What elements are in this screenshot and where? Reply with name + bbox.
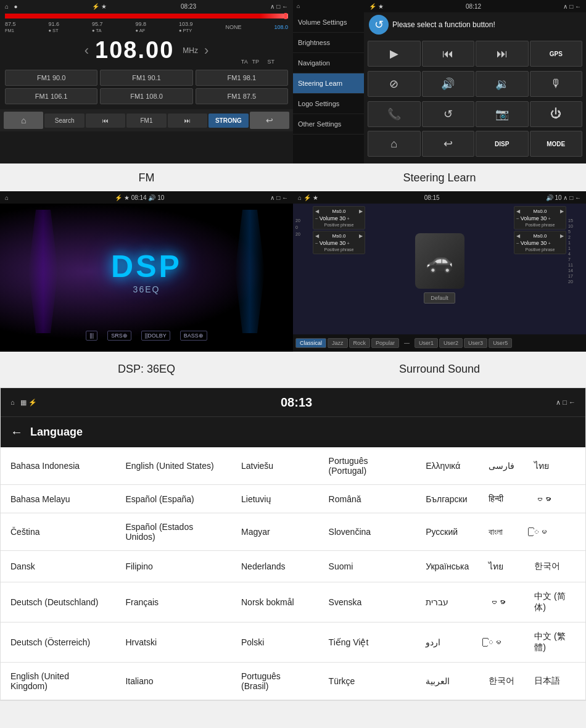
fm-back-btn[interactable]: ↩ <box>250 112 289 129</box>
steer-btn-gps[interactable]: GPS <box>530 41 583 67</box>
lang-cell[interactable]: Deutsch (Österreich) <box>1 623 115 663</box>
lang-cell[interactable]: ไทย <box>524 447 585 485</box>
steer-menu-steering[interactable]: Steering Learn <box>293 73 364 94</box>
steer-btn-prev[interactable]: ⏮ <box>422 41 475 67</box>
lang-cell[interactable]: English (United Kingdom) <box>1 663 115 700</box>
lang-back-button[interactable]: ← <box>10 425 23 439</box>
steer-btn-voldown[interactable]: 🔉 <box>476 71 529 97</box>
steer-btn-home[interactable]: ⌂ <box>368 131 421 157</box>
lang-cell[interactable]: Norsk bokmål <box>231 582 319 623</box>
surround-tab-rock[interactable]: Rock <box>349 338 371 348</box>
fm-preset-6[interactable]: FM1 87.5 <box>196 88 288 104</box>
lang-cell[interactable]: Deutsch (Deutschland) <box>1 582 115 623</box>
steer-btn-power[interactable]: ⏻ <box>530 101 583 127</box>
steer-menu-brightness[interactable]: Brightness <box>293 33 364 53</box>
fm-preset-3[interactable]: FM1 98.1 <box>196 70 288 86</box>
lang-cell[interactable]: Bahasa Indonesia <box>1 447 115 485</box>
lang-cell[interactable]: Lietuvių <box>231 485 319 513</box>
lang-cell[interactable]: Português (Portugal) <box>319 447 416 485</box>
lang-cell[interactable]: Ελληνικά <box>416 447 479 485</box>
fm-next-btn[interactable]: ⏭ <box>168 114 207 128</box>
lang-cell[interactable]: Filipino <box>115 551 231 582</box>
lang-cell[interactable]: Magyar <box>231 513 319 551</box>
steer-btn-next[interactable]: ⏭ <box>476 41 529 67</box>
surround-tab-user2[interactable]: User2 <box>439 338 463 348</box>
fm-preset-1[interactable]: FM1 90.0 <box>5 70 97 86</box>
fm-nav-icons: ∧ □ ← <box>270 3 288 10</box>
steer-refresh-btn[interactable]: ↺ <box>369 15 389 35</box>
steer-menu-navigation[interactable]: Navigation <box>293 53 364 73</box>
lang-cell[interactable]: Português (Brasil) <box>231 663 319 700</box>
lang-cell[interactable]: ไทย <box>479 551 524 582</box>
steer-btn-disp[interactable]: DISP <box>476 131 529 157</box>
steer-btn-phone[interactable]: 📞 <box>368 101 421 127</box>
lang-cell[interactable]: Français <box>115 582 231 623</box>
steer-btn-rotate[interactable]: ↺ <box>422 101 475 127</box>
lang-cell[interactable]: ြမ <box>524 513 585 551</box>
dsp-caption: DSP: 36EQ <box>0 358 293 383</box>
lang-cell[interactable]: Español (España) <box>115 485 231 513</box>
lang-cell[interactable]: Suomi <box>319 551 416 582</box>
surround-tab-jazz[interactable]: Jazz <box>328 338 348 348</box>
lang-cell[interactable]: Slovenčina <box>319 513 416 551</box>
fm-strong-btn[interactable]: STRONG <box>208 114 248 128</box>
fm-next-arrow[interactable]: › <box>204 43 208 59</box>
fm-search-btn[interactable]: Search <box>44 114 84 128</box>
lang-cell[interactable]: 한국어 <box>524 551 585 582</box>
surround-tab-user5[interactable]: User5 <box>489 338 512 348</box>
fm-home-btn[interactable]: ⌂ <box>4 112 43 129</box>
steer-refresh-area: ↺ Please select a function button! <box>364 12 586 37</box>
steer-btn-mic[interactable]: 🎙 <box>530 71 583 97</box>
lang-cell[interactable]: ဗမာ <box>479 582 524 623</box>
steer-btn-mute[interactable]: ⊘ <box>368 71 421 97</box>
steer-menu-logo[interactable]: Logo Settings <box>293 94 364 114</box>
steer-btn-mode[interactable]: MODE <box>530 131 583 157</box>
lang-cell[interactable]: Türkçe <box>319 663 416 700</box>
fm-preset-5[interactable]: FM1 108.0 <box>100 88 192 104</box>
lang-cell[interactable]: Hrvatski <box>115 623 231 663</box>
fm-preset-4[interactable]: FM1 106.1 <box>5 88 97 104</box>
lang-cell[interactable]: 日本語 <box>524 663 585 700</box>
lang-cell[interactable]: Nederlands <box>231 551 319 582</box>
steer-menu-other[interactable]: Other Settings <box>293 114 364 134</box>
fm-prev-btn[interactable]: ⏮ <box>86 114 125 128</box>
fm-prev-arrow[interactable]: ‹ <box>85 43 89 59</box>
lang-cell[interactable]: Русский <box>416 513 479 551</box>
surround-tab-user3[interactable]: User3 <box>464 338 487 348</box>
lang-cell[interactable]: اردو <box>416 623 479 663</box>
surround-tab-popular[interactable]: Popular <box>371 338 399 348</box>
lang-cell[interactable]: Dansk <box>1 551 115 582</box>
steer-btn-back[interactable]: ↩ <box>422 131 475 157</box>
steer-menu-volume[interactable]: Volume Settings <box>293 12 364 33</box>
lang-cell[interactable]: ဗမာ <box>524 485 585 513</box>
surround-tab-classical[interactable]: Classical <box>295 338 326 348</box>
surround-tab-user1[interactable]: User1 <box>415 338 438 348</box>
lang-cell[interactable]: 中文 (简体) <box>524 582 585 623</box>
lang-cell[interactable]: Español (Estados Unidos) <box>115 513 231 551</box>
lang-cell[interactable]: हिन्दी <box>479 485 524 513</box>
lang-cell[interactable]: العربية <box>416 663 479 700</box>
lang-cell[interactable]: Polski <box>231 623 319 663</box>
fm-mode-btn[interactable]: FM1 <box>126 114 166 128</box>
lang-cell[interactable]: Latviešu <box>231 447 319 485</box>
lang-cell[interactable]: Tiếng Việt <box>319 623 416 663</box>
lang-cell[interactable]: Svenska <box>319 582 416 623</box>
steer-btn-play[interactable]: ▶ <box>368 41 421 67</box>
lang-cell[interactable]: עברית <box>416 582 479 623</box>
steer-btn-camera[interactable]: 📷 <box>476 101 529 127</box>
lang-cell[interactable]: Български <box>416 485 479 513</box>
lang-cell[interactable]: ြမ <box>479 623 524 663</box>
lang-cell[interactable]: Čeština <box>1 513 115 551</box>
lang-cell[interactable]: 한국어 <box>479 663 524 700</box>
lang-cell[interactable]: English (United States) <box>115 447 231 485</box>
steer-btn-volup[interactable]: 🔊 <box>422 71 475 97</box>
surround-default-btn[interactable]: Default <box>424 292 455 304</box>
lang-cell[interactable]: বাংলা <box>479 513 524 551</box>
lang-cell[interactable]: 中文 (繁體) <box>524 623 585 663</box>
fm-preset-2[interactable]: FM1 90.1 <box>100 70 192 86</box>
lang-cell[interactable]: Română <box>319 485 416 513</box>
lang-cell[interactable]: Bahasa Melayu <box>1 485 115 513</box>
lang-cell[interactable]: Українська <box>416 551 479 582</box>
lang-cell[interactable]: Italiano <box>115 663 231 700</box>
lang-cell[interactable]: فارسی <box>479 447 524 485</box>
